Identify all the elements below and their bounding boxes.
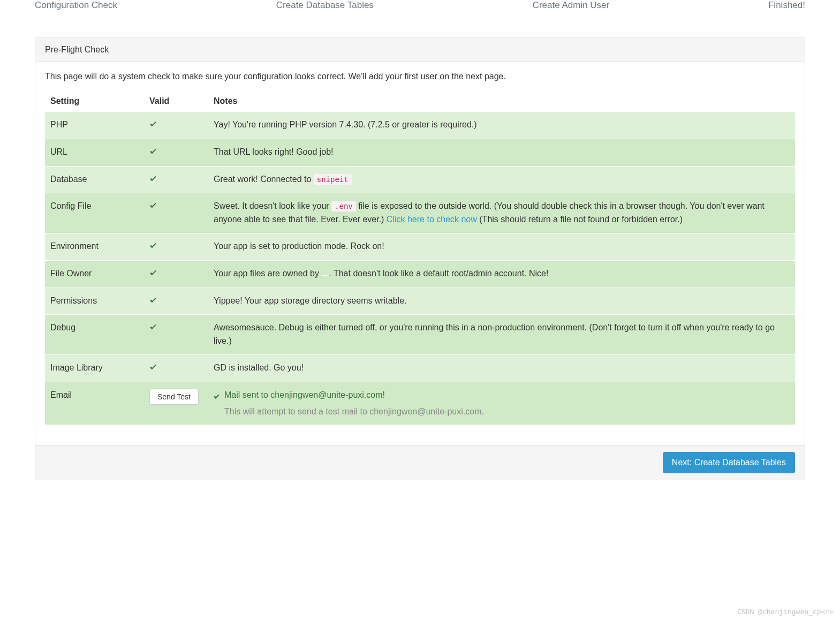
intro-text: This page will do a system check to make…: [45, 72, 795, 81]
cell-valid: [144, 112, 208, 139]
cell-notes: Yippee! Your app storage directory seems…: [208, 288, 795, 315]
table-row: Permissions Yippee! Your app storage dir…: [45, 288, 795, 315]
note-text: Your app files are owned by: [214, 269, 321, 278]
panel-body: This page will do a system check to make…: [35, 62, 805, 434]
cell-valid: [144, 288, 208, 315]
table-row: Database Great work! Connected to snipei…: [45, 166, 795, 193]
table-row: Config File Sweet. It doesn't look like …: [45, 193, 795, 233]
cell-notes: GD is installed. Go you!: [208, 354, 795, 382]
preflight-table: Setting Valid Notes PHP Yay! You're runn…: [45, 91, 795, 425]
cell-notes: Your app files are owned by . That doesn…: [208, 260, 795, 288]
cell-notes: Great work! Connected to snipeit: [208, 166, 795, 193]
check-icon: [149, 173, 159, 183]
check-icon: [149, 146, 159, 155]
cell-notes: Sweet. It doesn't look like your .env fi…: [208, 193, 795, 233]
code-dbname: snipeit: [314, 174, 352, 185]
table-row: File Owner Your app files are owned by .…: [45, 260, 795, 288]
table-row: Email Send Test Mail sent to chenjingwen…: [45, 382, 795, 425]
check-icon: [149, 200, 159, 209]
step-label: Create Admin User: [533, 0, 610, 11]
note-text: Sweet. It doesn't look like your: [214, 201, 331, 210]
cell-setting: Environment: [45, 233, 144, 260]
table-row: PHP Yay! You're running PHP version 7.4.…: [45, 112, 795, 139]
check-icon: [214, 392, 222, 399]
step-finished: Finished!: [768, 0, 805, 11]
panel-footer: Next: Create Database Tables: [35, 445, 805, 480]
step-label: Finished!: [768, 0, 805, 11]
cell-valid: Send Test: [144, 382, 208, 425]
cell-setting: Permissions: [45, 288, 144, 315]
cell-notes: Yay! You're running PHP version 7.4.30. …: [208, 112, 795, 139]
cell-setting: URL: [45, 139, 144, 166]
cell-setting: PHP: [45, 112, 144, 139]
cell-valid: [144, 166, 208, 193]
code-envfile: .env: [331, 201, 356, 211]
check-icon: [149, 267, 159, 277]
preflight-panel: Pre-Flight Check This page will do a sys…: [35, 37, 805, 480]
step-create-database-tables: Create Database Tables: [276, 0, 374, 11]
table-row: Environment Your app is set to productio…: [45, 233, 795, 260]
note-text: . That doesn't look like a default root/…: [329, 269, 548, 278]
mail-success-text: Mail sent to chenjingwen@unite-puxi.com!: [214, 390, 385, 399]
cell-notes: Your app is set to production mode. Rock…: [208, 233, 795, 260]
check-icon: [149, 118, 159, 128]
check-icon: [149, 294, 159, 304]
table-row: Debug Awesomesauce. Debug is either turn…: [45, 315, 795, 355]
step-create-admin-user: Create Admin User: [533, 0, 610, 11]
cell-setting: Database: [45, 166, 144, 193]
cell-valid: [144, 139, 208, 166]
mail-help-text: This will attempt to send a test mail to…: [224, 405, 790, 419]
cell-notes: Awesomesauce. Debug is either turned off…: [208, 315, 795, 355]
step-configuration-check: Configuration Check: [35, 0, 117, 11]
cell-setting: File Owner: [45, 260, 144, 288]
cell-valid: [144, 233, 208, 260]
cell-setting: Image Library: [45, 354, 144, 382]
mail-success-label: Mail sent to chenjingwen@unite-puxi.com!: [224, 390, 385, 399]
cell-notes: Mail sent to chenjingwen@unite-puxi.com!…: [208, 382, 795, 425]
cell-setting: Debug: [45, 315, 144, 355]
cell-valid: [144, 260, 208, 288]
cell-setting: Email: [45, 382, 144, 425]
step-label: Configuration Check: [35, 0, 117, 11]
send-test-button[interactable]: Send Test: [149, 389, 199, 405]
header-notes: Notes: [208, 91, 795, 112]
header-setting: Setting: [45, 91, 144, 112]
check-env-link[interactable]: Click here to check now: [387, 215, 477, 224]
table-row: URL That URL looks right! Good job!: [45, 139, 795, 166]
wizard-steps: Configuration Check Create Database Tabl…: [0, 0, 840, 11]
cell-valid: [144, 354, 208, 382]
check-icon: [149, 361, 159, 371]
cell-valid: [144, 315, 208, 355]
file-owner-badge: [321, 275, 329, 276]
cell-notes: That URL looks right! Good job!: [208, 139, 795, 166]
check-icon: [149, 321, 159, 331]
next-button[interactable]: Next: Create Database Tables: [663, 452, 795, 473]
note-text: (This should return a file not found or …: [477, 215, 683, 224]
note-text: Great work! Connected to: [214, 175, 314, 184]
panel-title: Pre-Flight Check: [35, 38, 805, 62]
header-valid: Valid: [144, 91, 208, 112]
step-label: Create Database Tables: [276, 0, 374, 11]
table-row: Image Library GD is installed. Go you!: [45, 354, 795, 382]
cell-setting: Config File: [45, 193, 144, 233]
check-icon: [149, 240, 159, 249]
cell-valid: [144, 193, 208, 233]
